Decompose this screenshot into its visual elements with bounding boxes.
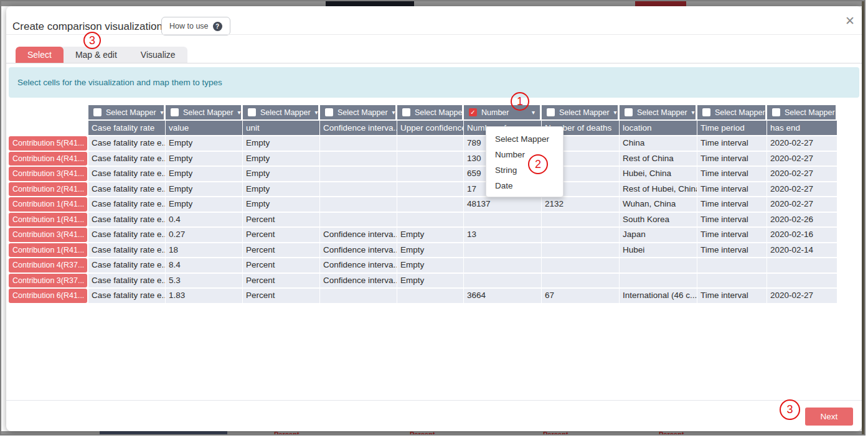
table-cell[interactable]: Case fatality rate e... [88, 182, 166, 197]
table-cell[interactable]: Time interval [697, 243, 767, 258]
table-cell[interactable]: Time interval [697, 167, 767, 181]
table-cell[interactable]: Empty [243, 197, 320, 212]
table-cell[interactable]: Case fatality rate e... [88, 258, 166, 273]
row-label-button[interactable]: Contribution 2(R41... [9, 182, 87, 197]
table-cell[interactable]: Japan [620, 228, 697, 242]
table-cell[interactable]: 2020-02-14 [767, 243, 837, 258]
table-cell[interactable]: Case fatality rate e... [88, 274, 166, 288]
column-header-value[interactable]: value [166, 121, 243, 135]
table-cell[interactable]: Case fatality rate e... [88, 289, 166, 303]
table-cell[interactable]: Case fatality rate e... [88, 136, 166, 151]
table-cell[interactable]: Time interval [697, 182, 767, 197]
mapper-select-6[interactable]: Select Mapper▾ [542, 105, 620, 119]
table-cell[interactable]: Time interval [697, 152, 767, 166]
column-header-confidence-interva[interactable]: Confidence interva... [320, 121, 397, 135]
table-cell[interactable]: Case fatality rate e... [88, 197, 166, 212]
table-cell[interactable]: Empty [397, 274, 464, 288]
table-cell[interactable]: International (46 c... [620, 289, 697, 303]
table-cell[interactable]: Percent [243, 213, 320, 227]
mapper-checkbox-icon[interactable] [625, 108, 633, 116]
table-cell[interactable] [542, 274, 620, 288]
table-cell[interactable] [320, 182, 397, 197]
mapper-checkbox-icon[interactable] [772, 108, 780, 116]
table-cell[interactable]: 48137 [464, 197, 542, 212]
table-cell[interactable]: Percent [243, 258, 320, 273]
table-cell[interactable]: Case fatality rate e... [88, 167, 166, 181]
table-cell[interactable]: Percent [243, 274, 320, 288]
table-cell[interactable]: 2020-02-27 [767, 289, 837, 303]
mapper-checkbox-icon[interactable] [325, 108, 333, 116]
row-label-button[interactable]: Contribution 1(R41... [9, 197, 87, 212]
table-cell[interactable]: 3664 [464, 289, 542, 303]
table-cell[interactable] [397, 152, 464, 166]
table-cell[interactable] [320, 152, 397, 166]
table-cell[interactable]: Case fatality rate e... [88, 213, 166, 227]
table-cell[interactable]: 2020-02-27 [767, 182, 837, 197]
table-cell[interactable]: Empty [243, 182, 320, 197]
table-cell[interactable] [542, 228, 620, 242]
dropdown-item-number[interactable]: Number [486, 147, 563, 162]
table-cell[interactable] [397, 213, 464, 227]
table-cell[interactable]: Case fatality rate e... [88, 243, 166, 258]
dropdown-item-string[interactable]: String [486, 162, 563, 178]
table-cell[interactable] [542, 213, 620, 227]
column-header-case-fatality-rate[interactable]: Case fatality rate [88, 121, 166, 135]
tab-select[interactable]: Select [16, 47, 64, 63]
dropdown-item-date[interactable]: Date [486, 178, 563, 193]
table-cell[interactable]: Rest of China [620, 152, 697, 166]
table-cell[interactable]: Percent [243, 228, 320, 242]
table-cell[interactable]: Time interval [697, 289, 767, 303]
table-cell[interactable] [397, 197, 464, 212]
table-cell[interactable]: 67 [542, 289, 620, 303]
table-cell[interactable] [320, 213, 397, 227]
row-label-button[interactable]: Contribution 3(R41... [9, 228, 87, 242]
mapper-select-5[interactable]: ✓Number▾ [464, 105, 542, 119]
table-cell[interactable]: Time interval [697, 228, 767, 242]
table-cell[interactable]: Empty [243, 152, 320, 166]
row-label-button[interactable]: Contribution 3(R37... [9, 274, 87, 288]
table-cell[interactable]: Empty [397, 258, 464, 273]
table-cell[interactable] [620, 274, 697, 288]
table-cell[interactable] [620, 258, 697, 273]
table-cell[interactable]: Case fatality rate e... [88, 228, 166, 242]
mapper-checkbox-icon[interactable] [171, 108, 179, 116]
mapper-select-7[interactable]: Select Mapper▾ [620, 105, 697, 119]
table-cell[interactable]: Empty [166, 197, 243, 212]
mapper-checkbox-checked-icon[interactable]: ✓ [469, 108, 477, 116]
table-cell[interactable]: South Korea [620, 213, 697, 227]
table-cell[interactable]: 2020-02-27 [767, 152, 837, 166]
table-cell[interactable]: 5.3 [166, 274, 243, 288]
row-label-button[interactable]: Contribution 1(R41... [9, 213, 87, 227]
mapper-select-1[interactable]: Select Mapper▾ [166, 105, 243, 119]
table-cell[interactable]: Time interval [697, 213, 767, 227]
mapper-select-9[interactable]: Select Mapper▾ [767, 105, 837, 119]
column-header-upper-confidence-l[interactable]: Upper confidence l... [397, 121, 464, 135]
table-cell[interactable] [397, 167, 464, 181]
table-cell[interactable]: Hubei, China [620, 167, 697, 181]
table-cell[interactable]: China [620, 136, 697, 151]
table-cell[interactable]: Confidence interva... [320, 258, 397, 273]
mapper-select-8[interactable]: Select Mapper▾ [697, 105, 767, 119]
mapper-checkbox-icon[interactable] [248, 108, 256, 116]
row-label-button[interactable]: Contribution 3(R41... [9, 167, 87, 181]
row-label-button[interactable]: Contribution 4(R37... [9, 258, 87, 273]
table-cell[interactable] [464, 274, 542, 288]
table-cell[interactable]: 18 [166, 243, 243, 258]
table-cell[interactable] [767, 258, 837, 273]
table-cell[interactable]: Confidence interva... [320, 228, 397, 242]
table-cell[interactable]: 2020-02-27 [767, 197, 837, 212]
table-cell[interactable] [767, 274, 837, 288]
table-cell[interactable] [320, 167, 397, 181]
table-cell[interactable]: Time interval [697, 197, 767, 212]
tab-visualize[interactable]: Visualize [129, 47, 187, 63]
table-cell[interactable] [464, 258, 542, 273]
table-cell[interactable] [397, 182, 464, 197]
dropdown-item-select-mapper[interactable]: Select Mapper [486, 131, 563, 147]
table-cell[interactable]: 2020-02-27 [767, 136, 837, 151]
table-cell[interactable]: Empty [243, 167, 320, 181]
table-cell[interactable]: Empty [397, 243, 464, 258]
mapper-checkbox-icon[interactable] [402, 108, 410, 116]
table-cell[interactable]: 13 [464, 228, 542, 242]
table-cell[interactable] [464, 243, 542, 258]
table-cell[interactable] [320, 197, 397, 212]
